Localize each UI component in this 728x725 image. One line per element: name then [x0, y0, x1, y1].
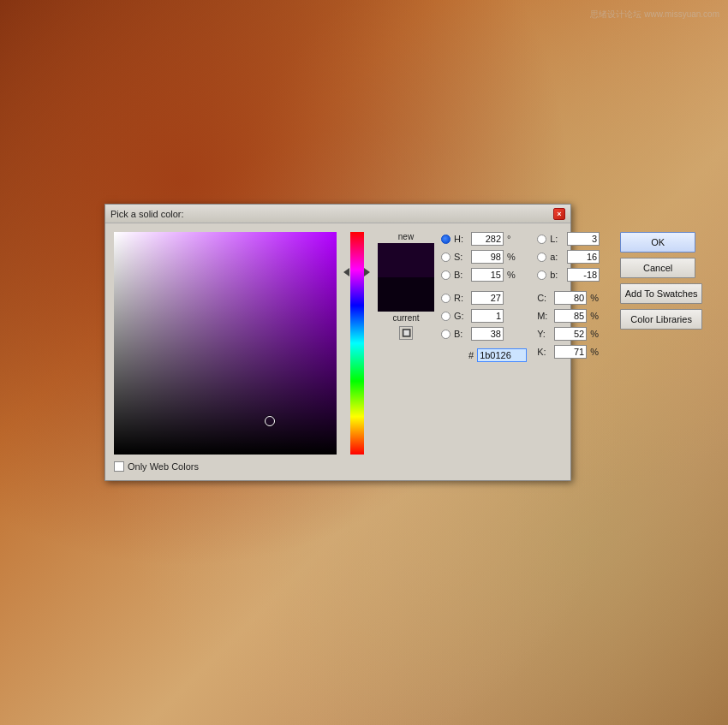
b2-label: B: — [454, 329, 468, 339]
r-label: R: — [454, 293, 468, 303]
hex-row: # — [441, 348, 527, 362]
c-row: C: % — [537, 291, 613, 305]
s-input[interactable] — [471, 250, 504, 264]
c-input[interactable] — [554, 291, 587, 305]
color-libraries-button[interactable]: Color Libraries — [620, 309, 702, 330]
b-row: B: % — [441, 268, 527, 282]
color-preview — [378, 243, 434, 312]
current-label: current — [392, 313, 419, 323]
g-row: G: — [441, 309, 527, 323]
r-row: R: — [441, 291, 527, 305]
g-radio[interactable] — [441, 312, 451, 321]
r-input[interactable] — [471, 291, 504, 305]
web-colors-area: Only Web Colors — [114, 461, 337, 472]
k-unit: % — [590, 347, 600, 357]
color-picker-dialog: Pick a solid color: × Only Web Colors — [104, 204, 571, 481]
a-label: a: — [550, 252, 564, 262]
add-to-swatches-button[interactable]: Add To Swatches — [620, 283, 702, 304]
l-label: L: — [550, 234, 564, 244]
s-radio[interactable] — [441, 253, 451, 262]
web-colors-checkbox[interactable] — [114, 461, 124, 472]
close-button[interactable]: × — [553, 208, 565, 220]
eyedropper-button[interactable]: 🔲 — [399, 326, 413, 340]
m-unit: % — [590, 311, 600, 321]
s-unit: % — [507, 252, 517, 262]
b3-row: b: — [537, 268, 613, 282]
y-input[interactable] — [554, 327, 587, 341]
b2-input[interactable] — [471, 327, 504, 341]
m-input[interactable] — [554, 309, 587, 323]
b3-input[interactable] — [567, 268, 600, 282]
g-label: G: — [454, 311, 468, 321]
dialog-titlebar: Pick a solid color: × — [105, 205, 570, 223]
hue-slider[interactable] — [350, 232, 364, 455]
a-radio[interactable] — [537, 253, 546, 262]
b-unit: % — [507, 270, 517, 280]
c-label: C: — [537, 293, 551, 303]
hue-arrow-right — [364, 268, 370, 276]
gradient-dark — [114, 232, 337, 455]
b2-row: B: — [441, 327, 527, 341]
hex-hash: # — [468, 350, 474, 360]
m-row: M: % — [537, 309, 613, 323]
l-radio[interactable] — [537, 235, 546, 244]
y-row: Y: % — [537, 327, 613, 341]
a-row: a: — [537, 250, 613, 264]
r-radio[interactable] — [441, 294, 451, 303]
h-radio[interactable] — [441, 235, 451, 244]
b3-radio[interactable] — [537, 270, 546, 280]
s-row: S: % — [441, 250, 527, 264]
l-row: L: — [537, 232, 613, 246]
b-radio[interactable] — [441, 270, 451, 280]
k-input[interactable] — [554, 345, 587, 359]
b2-radio[interactable] — [441, 330, 451, 339]
l-input[interactable] — [567, 232, 600, 246]
b-label: B: — [454, 270, 468, 280]
watermark: 思绪设计论坛 www.missyuan.com — [590, 9, 719, 21]
b3-label: b: — [550, 270, 564, 280]
k-row: K: % — [537, 345, 613, 359]
y-label: Y: — [537, 329, 551, 339]
m-label: M: — [537, 311, 551, 321]
h-label: H: — [454, 234, 468, 244]
hue-arrow-left — [343, 268, 349, 276]
c-unit: % — [590, 293, 600, 303]
color-picker-field[interactable] — [114, 232, 337, 455]
b-input[interactable] — [471, 268, 504, 282]
hex-input[interactable] — [477, 348, 527, 362]
y-unit: % — [590, 329, 600, 339]
s-label: S: — [454, 252, 468, 262]
right-buttons-area: OK Cancel Add To Swatches Color Librarie… — [620, 232, 702, 472]
ok-button[interactable]: OK — [620, 232, 695, 253]
h-input[interactable] — [471, 232, 504, 246]
cancel-button[interactable]: Cancel — [620, 258, 695, 278]
h-row: H: ° — [441, 232, 527, 246]
new-label: new — [398, 232, 414, 241]
a-input[interactable] — [567, 250, 600, 264]
web-colors-label: Only Web Colors — [128, 461, 199, 472]
g-input[interactable] — [471, 309, 504, 323]
dialog-title: Pick a solid color: — [110, 209, 184, 219]
h-unit: ° — [507, 234, 517, 244]
color-current-swatch[interactable] — [378, 277, 434, 312]
k-label: K: — [537, 347, 551, 357]
color-new-swatch[interactable] — [378, 243, 434, 277]
